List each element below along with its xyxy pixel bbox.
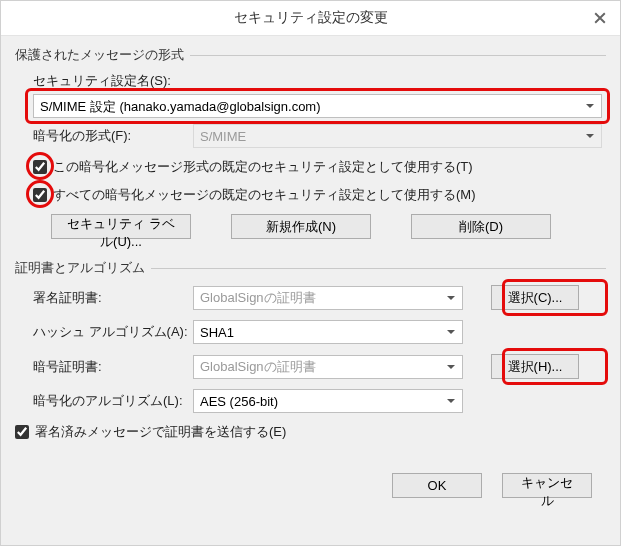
enc-cert-field	[193, 355, 463, 379]
default-format-label: この暗号化メッセージ形式の既定のセキュリティ設定として使用する(T)	[53, 158, 473, 176]
enc-algo-label: 暗号化のアルゴリズム(L):	[33, 392, 193, 410]
dialog-title: セキュリティ設定の変更	[234, 9, 388, 27]
dialog-window: セキュリティ設定の変更 保護されたメッセージの形式 セキュリティ設定名(S): …	[0, 0, 621, 546]
group-cert-algo: 証明書とアルゴリズム 署名証明書: 選択(C)... ハッシュ アルゴリズム(A…	[15, 259, 606, 455]
delete-button[interactable]: 削除(D)	[411, 214, 551, 239]
group-title: 保護されたメッセージの形式	[15, 46, 190, 64]
group-message-format: 保護されたメッセージの形式 セキュリティ設定名(S): S/MIME 設定 (h…	[15, 46, 606, 249]
titlebar: セキュリティ設定の変更	[1, 1, 620, 36]
close-icon	[594, 12, 606, 24]
sign-cert-label: 署名証明書:	[33, 289, 193, 307]
group-title-2: 証明書とアルゴリズム	[15, 259, 151, 277]
choose-enc-cert-button[interactable]: 選択(H)...	[491, 354, 579, 379]
dialog-body: 保護されたメッセージの形式 セキュリティ設定名(S): S/MIME 設定 (h…	[1, 36, 620, 512]
default-format-row: この暗号化メッセージ形式の既定のセキュリティ設定として使用する(T)	[33, 158, 602, 176]
enc-format-select: S/MIME	[193, 124, 602, 148]
close-button[interactable]	[580, 1, 620, 35]
enc-algo-select[interactable]: AES (256-bit)	[193, 389, 463, 413]
security-labels-button[interactable]: セキュリティ ラベル(U)...	[51, 214, 191, 239]
default-all-checkbox[interactable]	[33, 188, 47, 202]
send-cert-checkbox[interactable]	[15, 425, 29, 439]
ok-button[interactable]: OK	[392, 473, 482, 498]
sign-cert-field	[193, 286, 463, 310]
enc-format-label: 暗号化の形式(F):	[33, 127, 193, 145]
hash-algo-select[interactable]: SHA1	[193, 320, 463, 344]
default-all-row: すべての暗号化メッセージの既定のセキュリティ設定として使用する(M)	[33, 186, 602, 204]
send-cert-label: 署名済みメッセージで証明書を送信する(E)	[35, 423, 286, 441]
enc-cert-label: 暗号証明書:	[33, 358, 193, 376]
new-button[interactable]: 新規作成(N)	[231, 214, 371, 239]
security-name-select[interactable]: S/MIME 設定 (hanako.yamada@globalsign.com)	[33, 94, 602, 118]
choose-sign-cert-button[interactable]: 選択(C)...	[491, 285, 579, 310]
dialog-footer: OK キャンセル	[15, 465, 606, 498]
default-format-checkbox[interactable]	[33, 160, 47, 174]
hash-algo-label: ハッシュ アルゴリズム(A):	[33, 323, 193, 341]
default-all-label: すべての暗号化メッセージの既定のセキュリティ設定として使用する(M)	[53, 186, 476, 204]
cancel-button[interactable]: キャンセル	[502, 473, 592, 498]
security-name-label: セキュリティ設定名(S):	[33, 72, 602, 90]
